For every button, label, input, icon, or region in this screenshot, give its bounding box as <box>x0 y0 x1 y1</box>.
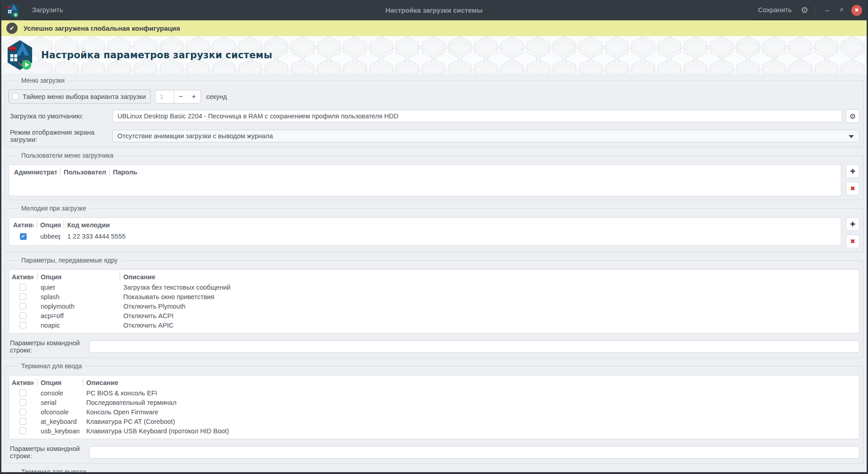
row-checkbox[interactable] <box>19 303 26 310</box>
delete-x-icon: ✖ <box>850 238 855 245</box>
description-cell: Клавиатура USB Keyboard (протокол HID Bo… <box>86 427 859 435</box>
increment-button[interactable]: + <box>187 93 201 101</box>
row-checkbox[interactable] <box>19 284 26 291</box>
terminal-input-cmdline-input[interactable] <box>89 446 859 459</box>
remove-melody-button[interactable]: ✖ <box>846 235 859 248</box>
column-active: Активно <box>9 273 34 281</box>
chevron-down-icon <box>849 135 854 138</box>
terminal-input-row[interactable]: at_keyboard Клавиатура PC AT (Coreboot) <box>9 417 859 426</box>
users-table[interactable]: Администратор Пользователь Пароль <box>9 164 841 196</box>
default-boot-input[interactable]: UBLinux Desktop Basic 2204 - Песочница в… <box>112 110 842 122</box>
row-checkbox[interactable] <box>19 293 26 300</box>
row-checkbox[interactable] <box>20 233 27 240</box>
main-content: Меню загрузки Таймер меню выбора вариант… <box>1 74 867 474</box>
column-melody-code: Код мелодии <box>67 221 841 229</box>
terminal-input-row[interactable]: serial Последовательный терминал <box>9 398 859 407</box>
remove-user-button[interactable]: ✖ <box>846 182 859 195</box>
melody-table-header: Активно Опция Код мелодии <box>9 219 841 230</box>
titlebar-divider <box>815 5 815 15</box>
column-divider <box>83 379 83 386</box>
melody-code-cell: 1 22 333 4444 5555 <box>67 233 841 240</box>
settings-gear-icon[interactable]: ⚙ <box>801 5 808 15</box>
option-cell: serial <box>41 399 79 406</box>
kernel-param-row[interactable]: acpi=off Отключить ACPI <box>9 311 859 320</box>
minimize-button[interactable]: – <box>821 0 834 20</box>
column-active: Активно <box>9 221 33 229</box>
timer-checkbox-group[interactable]: Таймер меню выбора варианта загрузки <box>9 89 151 103</box>
display-mode-label: Режим отображения экрана загрузки: <box>9 129 112 143</box>
close-icon: ✖ <box>854 7 859 13</box>
titlebar-left: Загрузить <box>1 0 70 20</box>
add-melody-button[interactable]: ✚ <box>846 217 859 231</box>
description-cell: Загрузка без текстовых сообщений <box>123 284 859 291</box>
terminal-input-row[interactable]: usb_keyboard Клавиатура USB Keyboard (пр… <box>9 426 859 436</box>
column-divider <box>60 168 61 176</box>
row-checkbox[interactable] <box>19 312 26 319</box>
column-divider <box>120 273 120 281</box>
option-cell: ofconsole <box>41 408 79 416</box>
group-terminal-output: Терминал для вывода Активно Опция Описан… <box>5 468 863 474</box>
description-cell: Клавиатура PC AT (Coreboot) <box>86 418 859 425</box>
description-cell: PC BIOS & консоль EFI <box>86 390 859 397</box>
column-divider <box>37 221 37 229</box>
default-boot-label: Загрузка по умолчанию: <box>9 113 112 120</box>
row-checkbox[interactable] <box>19 408 26 415</box>
group-boot-menu-legend: Меню загрузки <box>18 77 68 84</box>
plus-icon: ✚ <box>850 168 855 175</box>
group-boot-melody: Мелодия при загрузке Активно Опция Код м… <box>5 205 863 252</box>
kernel-cmdline-label: Параметры командной строки: <box>9 339 89 354</box>
row-checkbox[interactable] <box>19 322 26 329</box>
column-option: Опция <box>41 379 79 386</box>
load-button[interactable]: Загрузить <box>26 0 70 20</box>
kernel-params-table[interactable]: Активно Опция Описание quiet Загрузка бе… <box>9 269 859 333</box>
option-cell: quiet <box>41 284 117 291</box>
melody-row[interactable]: ubbeep 1 22 333 4444 5555 <box>9 230 841 242</box>
terminal-input-table[interactable]: Активно Опция Описание console PC BIOS &… <box>9 375 859 439</box>
kernel-param-row[interactable]: noplymouth Отключить Plymouth <box>9 301 859 311</box>
row-checkbox[interactable] <box>19 427 26 434</box>
option-cell: at_keyboard <box>41 418 79 425</box>
melody-table[interactable]: Активно Опция Код мелодии ubbeep 1 22 33… <box>9 217 841 246</box>
terminal-input-cmdline-label: Параметры командной строки: <box>9 445 89 460</box>
kernel-params-header: Активно Опция Описание <box>9 271 859 282</box>
display-mode-row: Режим отображения экрана загрузки: Отсут… <box>9 129 859 143</box>
terminal-input-header: Активно Опция Описание <box>9 377 859 388</box>
group-kernel-params: Параметры, передаваемые ядру Активно Опц… <box>5 257 863 358</box>
kernel-param-row[interactable]: noapic Отключить APIC <box>9 320 859 330</box>
users-table-header: Администратор Пользователь Пароль <box>9 166 841 178</box>
group-bootloader-users-legend: Пользователи меню загрузчика <box>18 152 117 159</box>
group-terminal-input: Терминал для ввода Активно Опция Описани… <box>5 362 863 464</box>
add-user-button[interactable]: ✚ <box>846 164 859 178</box>
timer-checkbox[interactable] <box>12 93 19 100</box>
kernel-cmdline-input[interactable] <box>89 340 859 353</box>
success-check-icon: ✔ <box>6 23 18 34</box>
restore-button[interactable] <box>834 0 848 20</box>
description-cell: Консоль Open Firmware <box>86 408 859 416</box>
default-boot-row: Загрузка по умолчанию: UBLinux Desktop B… <box>9 109 859 123</box>
terminal-input-row[interactable]: ofconsole Консоль Open Firmware <box>9 407 859 417</box>
terminal-input-row[interactable]: console PC BIOS & консоль EFI <box>9 388 859 398</box>
timer-value[interactable]: 1 <box>155 90 174 103</box>
option-cell: console <box>41 390 79 397</box>
save-button[interactable]: Сохранить <box>751 0 798 20</box>
option-cell: ubbeep <box>40 233 61 240</box>
row-checkbox[interactable] <box>19 399 26 406</box>
default-boot-settings-button[interactable]: ⚙ <box>846 109 859 123</box>
group-terminal-input-legend: Терминал для ввода <box>18 362 85 370</box>
kernel-param-row[interactable]: splash Показывать окно приветствия <box>9 292 859 301</box>
page-title: Настройка параметров загрузки системы <box>41 50 272 61</box>
gear-icon: ⚙ <box>849 112 856 121</box>
notification-text: Успешно загружена глобальная конфигураци… <box>23 24 180 32</box>
users-table-empty-area <box>9 178 841 192</box>
display-mode-select[interactable]: Отсутствие анимации загрузки с выводом ж… <box>112 130 859 142</box>
row-checkbox[interactable] <box>19 418 26 425</box>
option-cell: acpi=off <box>41 312 117 319</box>
decrement-button[interactable]: − <box>174 93 187 101</box>
group-boot-menu: Меню загрузки Таймер меню выбора вариант… <box>5 77 863 147</box>
timer-unit-label: секунд <box>206 93 227 100</box>
close-button[interactable]: ✖ <box>851 5 862 16</box>
row-checkbox[interactable] <box>19 390 26 396</box>
kernel-param-row[interactable]: quiet Загрузка без текстовых сообщений <box>9 282 859 292</box>
description-cell: Отключить ACPI <box>123 312 859 319</box>
column-divider <box>37 379 37 386</box>
